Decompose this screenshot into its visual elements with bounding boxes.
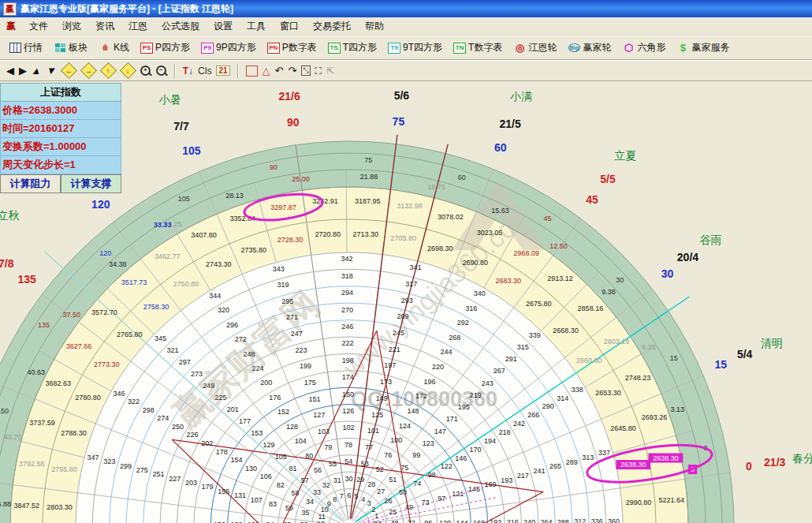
wheel-label: 21.88: [360, 173, 378, 181]
hexagon-button[interactable]: ⬡六角形: [618, 39, 671, 57]
calendar-button[interactable]: 21: [216, 65, 229, 76]
wheel-label: 270: [341, 306, 353, 314]
wheel-label: 43.75: [4, 433, 22, 441]
wheel-label: 3572.70: [91, 308, 117, 316]
nav-toolbar: ◀ ▶ ▲ ▼ ← → ↑ ↓ + − T↓ Cls 21 △ ↶ ↷ ⤡ ⛶ …: [0, 60, 812, 81]
page-up-button[interactable]: ▲: [30, 65, 43, 77]
wheel-label: 173: [380, 378, 392, 386]
wheel-label: 80: [305, 452, 313, 460]
square-tool-button[interactable]: [246, 65, 258, 77]
wheel-label: 241: [533, 467, 545, 475]
quotes-label: 行情: [24, 41, 43, 54]
wheel-label: 292: [457, 319, 469, 327]
price-time-button[interactable]: T↓: [183, 65, 193, 77]
outer-date-label: 21/5: [500, 118, 521, 130]
zoom-out-button[interactable]: −: [156, 65, 167, 77]
cls-button[interactable]: Cls: [198, 65, 211, 77]
wheel-label: 3023.05: [477, 229, 503, 237]
wheel-label: 2: [372, 506, 376, 514]
winner-wheel-button[interactable]: Big赢家轮: [564, 39, 616, 57]
service-button[interactable]: $赢家服务: [672, 39, 735, 57]
quotes-button[interactable]: 行情: [5, 39, 48, 57]
wheel-label: 2773.30: [94, 360, 120, 368]
wheel-label: 124: [399, 422, 411, 430]
wheel-label: 55: [329, 460, 337, 468]
wheel-label: 198: [342, 357, 354, 364]
pn-box-icon: PN: [267, 42, 280, 54]
sectors-button[interactable]: 板块: [50, 39, 93, 57]
menu-item-6[interactable]: 工具: [240, 18, 273, 35]
menu-item-1[interactable]: 浏览: [55, 18, 88, 35]
wheel-label: 240: [523, 518, 535, 523]
menu-item-4[interactable]: 公式选股: [155, 18, 207, 35]
wheel-label: 267: [494, 367, 505, 375]
t-table-button[interactable]: TNT数字表: [449, 39, 508, 57]
wheel-label: 196: [424, 378, 436, 386]
calc-resistance-button[interactable]: 计算阻力: [0, 174, 61, 193]
9p-square-label: 9P四方形: [216, 41, 256, 54]
wheel-label: 78: [345, 441, 352, 449]
wheel-label: 340: [474, 290, 486, 297]
t-square-button[interactable]: TST四方形: [324, 39, 382, 57]
9t-square-button[interactable]: T99T四方形: [384, 39, 448, 57]
wheel-label: 242: [513, 420, 525, 428]
wheel-label: 243: [482, 379, 494, 387]
wheel-label: 48: [390, 519, 398, 523]
menu-bar: 赢 文件浏览资讯江恩公式选股设置工具窗口交易委托帮助: [0, 17, 812, 35]
solar-term-label: 清明: [761, 337, 783, 349]
shrink-tool-button[interactable]: ⛶: [315, 65, 322, 77]
wheel-label: 56: [314, 466, 322, 474]
wheel-label: 343: [273, 265, 285, 273]
menu-item-0[interactable]: 文件: [22, 18, 55, 35]
t-table-label: T数字表: [468, 41, 502, 54]
p-table-button[interactable]: PNP数字表: [263, 39, 322, 57]
kline-button[interactable]: ıǀıK线: [95, 39, 135, 57]
wheel-label: 90: [270, 163, 277, 171]
pointer-tool-button[interactable]: ⇱: [326, 65, 334, 77]
pan-left-button[interactable]: ←: [61, 62, 77, 79]
wheel-label: 99: [412, 451, 420, 459]
pan-up-button[interactable]: ↑: [100, 62, 117, 79]
wheel-label: 194: [484, 437, 496, 445]
expand-tool-button[interactable]: ⤡: [301, 65, 310, 76]
wheel-label: 342: [341, 255, 353, 263]
wheel-label: 9.38: [602, 288, 616, 296]
wheel-label: 120: [439, 519, 451, 523]
wheel-label: 149: [376, 394, 388, 402]
price-chip: 2638.30: [620, 461, 646, 469]
wheel-label: 79: [324, 443, 332, 451]
wheel-label: 272: [235, 335, 247, 343]
prev-button[interactable]: ◀: [6, 65, 14, 77]
pan-down-button[interactable]: ↓: [120, 62, 136, 79]
gann-wheel-chart-area[interactable]: 赢家财富网www.yingjia360.comQQ:10080036012345…: [0, 81, 812, 523]
next-button[interactable]: ▶: [19, 65, 27, 77]
hexagon-label: 六角形: [637, 41, 665, 54]
page-down-button[interactable]: ▼: [45, 65, 58, 77]
wheel-label: 269: [397, 312, 408, 320]
pan-right-button[interactable]: →: [80, 62, 97, 79]
menu-item-2[interactable]: 资讯: [88, 18, 121, 35]
panel-row-3: 周天变化步长=1: [0, 156, 121, 174]
9p-square-button[interactable]: P99P四方形: [197, 39, 262, 57]
calc-support-button[interactable]: 计算支撑: [61, 174, 121, 193]
wheel-label: 294: [341, 289, 353, 297]
outer-degree-label: 90: [287, 116, 300, 129]
wheel-label: 177: [239, 417, 251, 425]
triangle-tool-button[interactable]: △: [263, 65, 270, 77]
wheel-label: 2728.30: [277, 236, 304, 244]
menu-item-5[interactable]: 设置: [207, 18, 240, 35]
gann-wheel-canvas[interactable]: 赢家财富网www.yingjia360.comQQ:10080036012345…: [0, 81, 812, 523]
wheel-label: 31: [333, 476, 341, 484]
gann-wheel-button[interactable]: ◎江恩轮: [509, 39, 562, 57]
menu-item-3[interactable]: 江恩: [121, 18, 155, 35]
menu-item-7[interactable]: 窗口: [273, 18, 306, 35]
p-square-button[interactable]: PSP四方形: [136, 39, 196, 57]
menu-item-9[interactable]: 帮助: [358, 18, 391, 35]
wheel-label: 268: [449, 334, 460, 342]
wheel-label: 3682.63: [45, 379, 71, 387]
wheel-label: 152: [277, 408, 289, 416]
menu-item-8[interactable]: 交易委托: [306, 18, 358, 35]
rotate-ccw-button[interactable]: ↶: [275, 65, 284, 77]
zoom-in-button[interactable]: +: [140, 65, 151, 77]
rotate-cw-button[interactable]: ↷: [288, 65, 296, 77]
